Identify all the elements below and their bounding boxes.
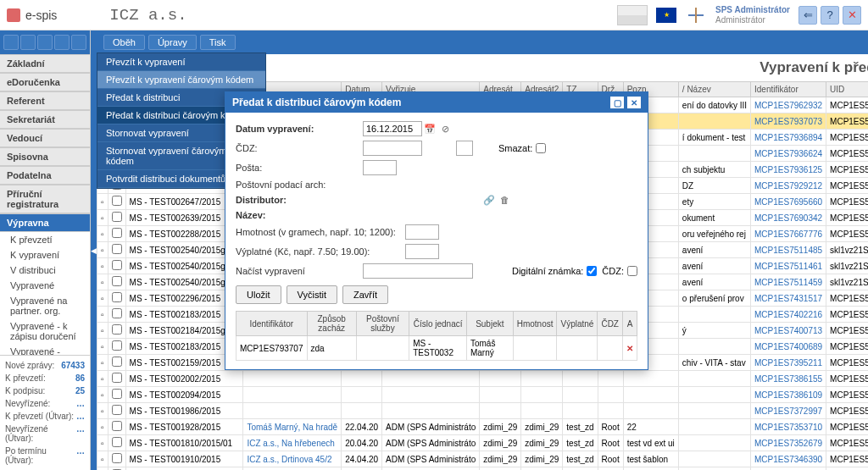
sidebar-section[interactable]: Výpravna <box>0 213 90 232</box>
sidebar-item[interactable]: K převzetí <box>0 232 90 247</box>
smazat-label: Smazat: <box>498 143 532 153</box>
company-name: ICZ a.s. <box>109 6 186 25</box>
remove-row-icon[interactable]: ✕ <box>622 336 637 361</box>
clear-date-icon[interactable]: ⊘ <box>439 123 451 135</box>
table-row[interactable]: ▫MS - TEST001986/2015MCP1ES7372997MCP1ES… <box>97 403 869 419</box>
sidebar-item[interactable]: Vypravené <box>0 278 90 293</box>
row-checkbox[interactable] <box>112 244 122 254</box>
row-checkbox[interactable] <box>112 212 122 222</box>
tool-settings-icon[interactable] <box>54 35 70 50</box>
smazat-checkbox[interactable] <box>536 143 546 153</box>
dialog-grid-row[interactable]: MCP1ES793707 zda MS - TEST0032 Tomáš Mar… <box>236 336 637 361</box>
row-checkbox[interactable] <box>112 340 122 351</box>
iop-badge-icon <box>617 5 648 25</box>
folder-icon: ▫ <box>101 423 104 432</box>
sidebar-section[interactable]: Sekretariát <box>0 110 90 129</box>
user-block: SPS Administrátor Administrátor <box>715 5 790 25</box>
table-row[interactable]: ▫MS - TEST002094/2015MCP1ES7386109MCP1ES… <box>97 387 869 403</box>
row-checkbox[interactable] <box>112 389 122 399</box>
sidebar-item[interactable]: K vypravení <box>0 247 90 263</box>
toolbar-obeh-button[interactable]: Oběh <box>103 35 145 50</box>
dropdown-item[interactable]: Převzít k vypravení <box>97 53 265 71</box>
tool-edit-icon[interactable] <box>3 35 19 50</box>
digi-label: Digitální známka: <box>512 266 583 276</box>
sidebar-section[interactable]: eDoručenka <box>0 73 90 91</box>
sidebar-section[interactable]: Vedoucí <box>0 129 90 147</box>
row-checkbox[interactable] <box>112 373 122 383</box>
main-toolbar: Oběh Úpravy Tisk <box>97 30 868 54</box>
sidebar-section[interactable]: Referent <box>0 91 90 110</box>
clear-button[interactable]: Vyčistit <box>287 285 337 304</box>
sidebar-item[interactable]: Vypravené - k zápisu doručení <box>0 318 90 344</box>
toolbar-upravy-button[interactable]: Úpravy <box>148 35 197 50</box>
nazev-label: Název: <box>236 210 363 220</box>
cdz-label: ČDZ: <box>236 143 363 153</box>
sps-logo-icon <box>685 4 707 26</box>
sidebar-section[interactable]: Příruční registratura <box>0 185 90 213</box>
sidebar-section[interactable]: Spisovna <box>0 147 90 166</box>
tool-list-icon[interactable] <box>37 35 53 50</box>
lookup-icon[interactable]: 🔗 <box>483 194 495 206</box>
vypl-label: Výplatné (Kč, např. 7.50; 19.00): <box>236 246 405 257</box>
dialog-popout-button[interactable]: ▢ <box>610 97 624 108</box>
sidebar: ZákladníeDoručenkaReferentSekretariátVed… <box>0 30 91 470</box>
row-checkbox[interactable] <box>112 357 122 367</box>
logout-button[interactable]: ✕ <box>843 6 861 25</box>
row-checkbox[interactable] <box>112 405 122 415</box>
sidebar-collapse-handle[interactable]: ◀ <box>91 30 97 470</box>
sidebar-section[interactable]: Základní <box>0 54 90 73</box>
table-row[interactable]: ▫MS - TEST001910/2015ICZ a.s., Drtinova … <box>97 451 869 467</box>
user-role: Administrátor <box>715 15 790 25</box>
table-row[interactable]: ▫MS - TEST001928/2015Tomáš Marný, Na hra… <box>97 419 869 435</box>
nacist-input[interactable] <box>363 263 473 279</box>
tool-search-icon[interactable] <box>71 35 86 50</box>
row-checkbox[interactable] <box>112 228 122 238</box>
row-checkbox[interactable] <box>112 292 122 302</box>
dialog-grid: IdentifikátorZpůsob zacházPoštovní služb… <box>236 311 637 361</box>
folder-icon: ▫ <box>101 310 104 319</box>
delete-icon[interactable]: 🗑 <box>498 194 510 206</box>
sidebar-section[interactable]: Podatelna <box>0 166 90 185</box>
eu-flag-icon: ★ <box>656 8 676 23</box>
row-checkbox[interactable] <box>112 453 122 463</box>
hmot-label: Hmotnost (v gramech, např. 10; 1200): <box>236 227 405 237</box>
save-button[interactable]: Uložit <box>236 285 281 304</box>
back-button[interactable]: ⇐ <box>798 6 817 25</box>
toolbar-tisk-button[interactable]: Tisk <box>200 35 236 50</box>
datum-label: Datum vypravení: <box>236 124 363 134</box>
sidebar-item[interactable]: Vypravené na partner. org. <box>0 293 90 318</box>
folder-icon: ▫ <box>101 342 104 351</box>
calendar-icon[interactable]: 📅 <box>424 123 436 135</box>
sidebar-item[interactable]: V distribuci <box>0 263 90 278</box>
cdz2-label: ČDZ: <box>602 266 624 276</box>
vyplatne-input[interactable] <box>405 244 439 259</box>
datum-input[interactable] <box>363 121 422 136</box>
table-row[interactable]: ▫MS - TEST002002/2015MCP1ES7386155MCP1ES… <box>97 371 869 387</box>
table-row[interactable]: ▫MS - TEST001910/2015Ing. Aleš Novák, Cs… <box>97 467 869 471</box>
cdz-extra-input[interactable] <box>456 141 473 156</box>
row-checkbox[interactable] <box>112 308 122 318</box>
row-checkbox[interactable] <box>112 260 122 270</box>
posta-input[interactable] <box>363 160 397 175</box>
dialog-title: Předat k distribuci čárovým kódem <box>232 97 401 108</box>
cdz-input[interactable] <box>363 141 422 156</box>
row-checkbox[interactable] <box>112 421 122 431</box>
hmotnost-input[interactable] <box>405 224 439 240</box>
dropdown-item[interactable]: Převzít k vypravení čárovým kódem <box>97 71 265 89</box>
user-name: SPS Administrátor <box>715 5 790 15</box>
folder-icon: ▫ <box>101 358 104 368</box>
table-row[interactable]: ▫MS - TEST001810/2015/01ICZ a.s., Na hře… <box>97 435 869 451</box>
tool-folder-icon[interactable] <box>20 35 36 50</box>
row-checkbox[interactable] <box>112 324 122 335</box>
close-button[interactable]: Zavřít <box>342 285 388 304</box>
folder-icon: ▫ <box>101 390 104 400</box>
folder-icon: ▫ <box>101 262 104 271</box>
row-checkbox[interactable] <box>112 437 122 447</box>
sidebar-item[interactable]: Vypravené - archiv <box>0 344 90 355</box>
cdz2-checkbox[interactable] <box>627 266 637 276</box>
dialog-close-button[interactable]: ✕ <box>627 97 641 108</box>
row-checkbox[interactable] <box>112 276 122 286</box>
row-checkbox[interactable] <box>112 196 122 206</box>
digi-checkbox[interactable] <box>587 266 597 276</box>
help-button[interactable]: ? <box>821 6 839 25</box>
